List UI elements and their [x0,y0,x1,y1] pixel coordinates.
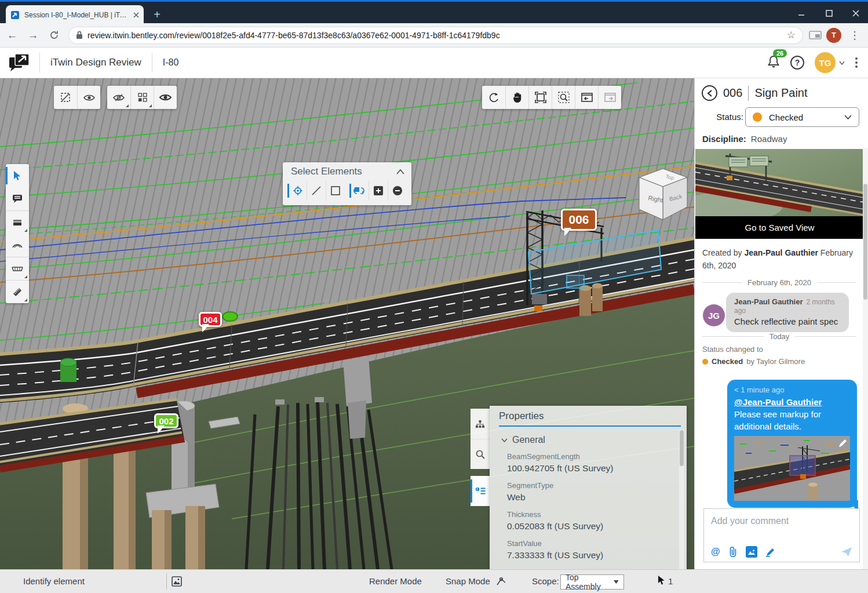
chevron-down-icon [839,61,845,65]
browser-menu-icon[interactable]: ⋮ [846,27,863,44]
view-cube[interactable]: Right Back Top [635,165,691,223]
notifications-button[interactable]: 26 [767,54,780,71]
forward-icon[interactable]: → [24,27,42,44]
today-divider: Today [702,332,856,341]
model-tree-tab[interactable] [471,409,490,439]
itwin-favicon [10,10,20,20]
collapse-chevron-icon[interactable] [396,169,404,174]
fit-view-icon[interactable] [528,86,552,109]
orbit-icon[interactable] [482,86,505,109]
window-close-button[interactable] [847,5,865,21]
bookmark-star-icon[interactable]: ☆ [787,29,796,41]
project-name[interactable]: I-80 [163,57,179,68]
send-comment-icon[interactable] [841,547,852,557]
back-icon[interactable]: ← [3,27,21,44]
markup-attachment-image[interactable] [734,436,850,501]
add-to-selection-icon[interactable] [369,181,388,201]
select-elements-title: Select Elements [291,166,362,177]
back-button[interactable] [702,85,717,101]
bridge-view-tool-button[interactable] [6,257,29,280]
line-select-icon[interactable] [307,181,326,201]
discipline-label: Discipline: [702,134,746,144]
mention-icon[interactable]: @ [711,547,720,557]
go-to-saved-view-button[interactable]: Go to Saved View [695,216,864,239]
browser-profile-avatar[interactable]: T [826,28,841,43]
address-bar[interactable]: ☆ [68,27,803,44]
reload-icon[interactable] [45,27,63,44]
pan-hand-icon[interactable] [505,86,528,109]
tab-close-icon[interactable] [133,12,139,18]
isolate-elements-icon[interactable] [130,86,154,109]
show-all-eye-icon[interactable] [77,86,100,109]
scope-select[interactable]: Top Assembly [560,574,624,590]
browser-tab[interactable]: Session I-80_I-Model_HUB | iTwin [6,5,144,25]
markup-pin-006[interactable]: 006 [561,209,597,231]
select-tool-button[interactable] [6,164,29,187]
properties-list[interactable]: General BeamSegmentLength100.942705 ft (… [490,427,687,569]
window-minimize-button[interactable] [793,5,810,21]
markup-comment-tool-button[interactable] [6,187,29,210]
snap-mode-control[interactable]: Snap Mode [446,576,490,586]
scope-label: Scope: [532,576,559,586]
measure-tool-button[interactable] [6,280,29,303]
issue-id: 006 [723,86,742,100]
my-comment-bubble: < 1 minute ago @Jean-Paul Gauthier Pleas… [727,380,857,508]
status-dropdown[interactable]: Checked [745,107,859,127]
status-color-dot [753,112,762,122]
markup-pin-004[interactable]: 004 [199,312,222,327]
status-chevron-icon [844,115,852,119]
snap-mode-icon[interactable] [496,577,506,586]
issue-title: Sign Paint [754,86,807,100]
properties-scrollbar[interactable] [679,429,684,569]
property-field: SegmentTypeWeb [507,481,672,503]
user-menu[interactable]: TG [815,52,845,73]
select-elements-panel: Select Elements [283,162,411,205]
emphasize-eye-icon[interactable] [154,86,177,109]
status-bar: Identify element Render Mode Snap Mode S… [0,569,868,593]
attach-file-icon[interactable] [728,547,738,557]
render-mode-control[interactable]: Render Mode [369,576,422,586]
snapshot-image-icon[interactable] [172,576,182,587]
edit-markup-pencil-icon[interactable] [837,438,848,449]
window-maximize-button[interactable] [820,5,838,21]
url-input[interactable] [87,31,782,40]
properties-panel-tabs: i [471,409,490,506]
new-tab-button[interactable]: + [149,8,165,23]
title-divider [748,86,749,101]
saved-view-image[interactable] [695,149,864,216]
status-label: Status: [716,112,743,122]
box-select-icon[interactable] [326,181,345,201]
dome-view-tool-button[interactable] [6,234,29,257]
comment-bubble: Jean-Paul Gauthier2 months ago Check ref… [726,293,849,332]
cast-icon[interactable] [809,31,822,40]
status-change-dot [702,359,708,365]
mention-link[interactable]: @Jean-Paul Gauthier [734,397,822,407]
hide-eye-slash-icon[interactable] [107,86,130,109]
section-chevron-icon [501,438,508,442]
zoom-window-icon[interactable] [552,86,575,109]
scope-value: Top Assembly [566,573,614,591]
properties-section-general[interactable]: General [501,435,672,445]
model-viewport[interactable]: 004 002 006 Select Elements [0,78,694,569]
insert-image-icon[interactable] [746,546,757,558]
app-menu-icon[interactable] [855,61,858,64]
properties-info-tab[interactable]: i [471,476,490,506]
section-tool-button[interactable] [6,210,29,234]
markup-pencil-icon[interactable] [765,547,775,557]
replace-selection-icon[interactable] [349,181,369,201]
markup-pin-002[interactable]: 002 [154,413,178,428]
clear-isolate-icon[interactable] [54,86,77,109]
status-change-entry: Status changed to Checked by Taylor Gilm… [702,344,805,367]
next-view-icon[interactable] [598,86,621,109]
property-field: StartValue7.333333 ft (US Survey) [507,539,672,561]
search-tab[interactable] [471,439,490,469]
comment-input[interactable] [704,509,859,543]
remove-from-selection-icon[interactable] [388,181,407,201]
browser-titlebar: Session I-80_I-Model_HUB | iTwin + [0,0,868,23]
header-divider [39,53,40,72]
help-button[interactable]: ? [790,56,804,70]
previous-view-icon[interactable] [575,86,598,109]
sidebar-scrollbar[interactable] [863,148,868,569]
svg-text:i: i [476,487,477,491]
pick-select-icon[interactable] [287,181,307,201]
